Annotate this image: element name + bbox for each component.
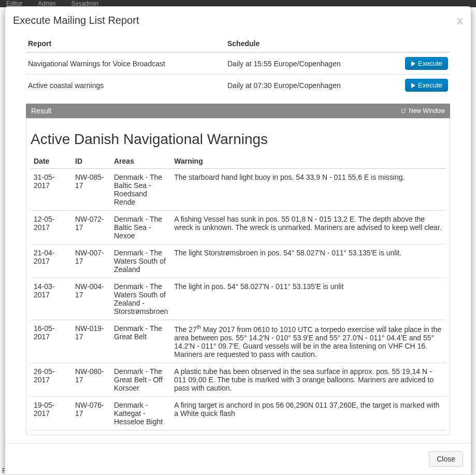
col-report: Report bbox=[26, 35, 225, 52]
cell-id: NW-019-17 bbox=[72, 320, 111, 363]
table-row: 12-05-2017NW-072-17Denmark - The Baltic … bbox=[31, 211, 445, 244]
cell-date: 21-04-2017 bbox=[31, 244, 72, 278]
result-title: Active Danish Navigational Warnings bbox=[31, 131, 445, 148]
table-row: 14-03-2017NW-004-17Denmark - The Waters … bbox=[31, 278, 445, 320]
cell-id: NW-085-17 bbox=[72, 169, 111, 211]
modal-header: Execute Mailing List Report x bbox=[5, 7, 471, 33]
cell-areas: Denmark - Kattegat - Hesseloe Bight bbox=[111, 396, 171, 430]
cell-warning: A plastic tube has been observed in the … bbox=[171, 363, 445, 396]
table-row: 16-05-2017NW-019-17Denmark - The Great B… bbox=[31, 320, 445, 363]
table-row: 11-05-2017NW-018-17Denmark -The front an… bbox=[31, 430, 445, 435]
cell-warning: The light in pos. 54° 58.027'N - 011° 53… bbox=[171, 278, 445, 320]
cell-id: NW-080-17 bbox=[72, 363, 111, 396]
cell-warning: A fishing Vessel has sunk in pos. 55 01,… bbox=[171, 211, 445, 244]
cell-date: 19-05-2017 bbox=[31, 396, 72, 430]
cell-id: NW-004-17 bbox=[72, 278, 111, 320]
cell-areas: Denmark - The Great Belt bbox=[111, 320, 171, 363]
report-schedule: Daily at 15:55 Europe/Copenhagen bbox=[225, 52, 403, 75]
report-row: Active coastal warningsDaily at 07:30 Eu… bbox=[26, 75, 450, 96]
cell-warning: The light Storstrømsbroen in pos. 54° 58… bbox=[171, 244, 445, 278]
cell-date: 16-05-2017 bbox=[31, 320, 72, 363]
report-row: Navigational Warnings for Voice Broadcas… bbox=[26, 52, 450, 75]
table-row: 31-05-2017NW-085-17Denmark - The Baltic … bbox=[31, 169, 445, 211]
execute-button[interactable]: Execute bbox=[405, 79, 448, 92]
close-button[interactable]: Close bbox=[429, 451, 463, 467]
col-warning: Warning bbox=[171, 154, 445, 169]
modal-dialog: Execute Mailing List Report x Report Sch… bbox=[5, 6, 471, 475]
play-icon bbox=[411, 61, 416, 66]
new-window-link[interactable]: New Window bbox=[400, 107, 445, 114]
report-schedule: Daily at 07:30 Europe/Copenhagen bbox=[225, 75, 403, 96]
execute-button[interactable]: Execute bbox=[405, 57, 448, 70]
cell-id: NW-007-17 bbox=[72, 244, 111, 278]
cell-areas: Denmark - The Waters South of Zealand - … bbox=[111, 278, 171, 320]
modal-footer: Close bbox=[5, 443, 471, 474]
col-areas: Areas bbox=[111, 154, 171, 169]
modal-body: Report Schedule Navigational Warnings fo… bbox=[5, 33, 471, 443]
cell-areas: Denmark - The Baltic Sea - Roedsand Rend… bbox=[111, 169, 171, 211]
report-name: Navigational Warnings for Voice Broadcas… bbox=[26, 52, 225, 75]
cell-date: 26-05-2017 bbox=[31, 363, 72, 396]
cell-date: 12-05-2017 bbox=[31, 211, 72, 244]
cell-date: 31-05-2017 bbox=[31, 169, 72, 211]
cell-areas: Denmark - The Waters South of Zealand bbox=[111, 244, 171, 278]
col-date: Date bbox=[31, 154, 72, 169]
warnings-table: Date ID Areas Warning 31-05-2017NW-085-1… bbox=[31, 154, 445, 435]
table-row: 19-05-2017NW-076-17Denmark - Kattegat - … bbox=[31, 396, 445, 430]
close-icon[interactable]: x bbox=[457, 15, 463, 26]
new-window-label: New Window bbox=[409, 107, 445, 114]
cell-areas: Denmark - The Great Belt - Off Korsoer bbox=[111, 363, 171, 396]
cell-warning: The front and rear light in pos. 56° 02.… bbox=[171, 430, 445, 435]
cell-warning: The 27th May 2017 from 0610 to 1010 UTC … bbox=[171, 320, 445, 363]
result-bar: Result New Window bbox=[26, 104, 450, 118]
report-name: Active coastal warnings bbox=[26, 75, 225, 96]
play-icon bbox=[411, 83, 416, 88]
execute-label: Execute bbox=[418, 60, 442, 67]
cell-date: 11-05-2017 bbox=[31, 430, 72, 435]
col-id-h: ID bbox=[72, 154, 111, 169]
result-scroll[interactable]: Active Danish Navigational Warnings Date… bbox=[26, 119, 450, 435]
cell-id: NW-076-17 bbox=[72, 396, 111, 430]
cell-warning: The starboard hand light buoy in pos. 54… bbox=[171, 169, 445, 211]
table-row: 26-05-2017NW-080-17Denmark - The Great B… bbox=[31, 363, 445, 396]
execute-label: Execute bbox=[418, 81, 442, 89]
modal-title: Execute Mailing List Report bbox=[13, 15, 139, 26]
cell-id: NW-072-17 bbox=[72, 211, 111, 244]
cell-date: 14-03-2017 bbox=[31, 278, 72, 320]
table-row: 21-04-2017NW-007-17Denmark - The Waters … bbox=[31, 244, 445, 278]
report-table: Report Schedule Navigational Warnings fo… bbox=[26, 35, 450, 96]
cell-areas: Denmark - bbox=[111, 430, 171, 435]
col-schedule: Schedule bbox=[225, 35, 403, 52]
result-frame: Active Danish Navigational Warnings Date… bbox=[26, 118, 450, 435]
result-label: Result bbox=[31, 107, 52, 115]
cell-warning: A firing target is anchord in pos 56 06,… bbox=[171, 396, 445, 430]
cell-id: NW-018-17 bbox=[72, 430, 111, 435]
cell-areas: Denmark - The Baltic Sea - Nexoe bbox=[111, 211, 171, 244]
external-link-icon bbox=[400, 108, 407, 114]
